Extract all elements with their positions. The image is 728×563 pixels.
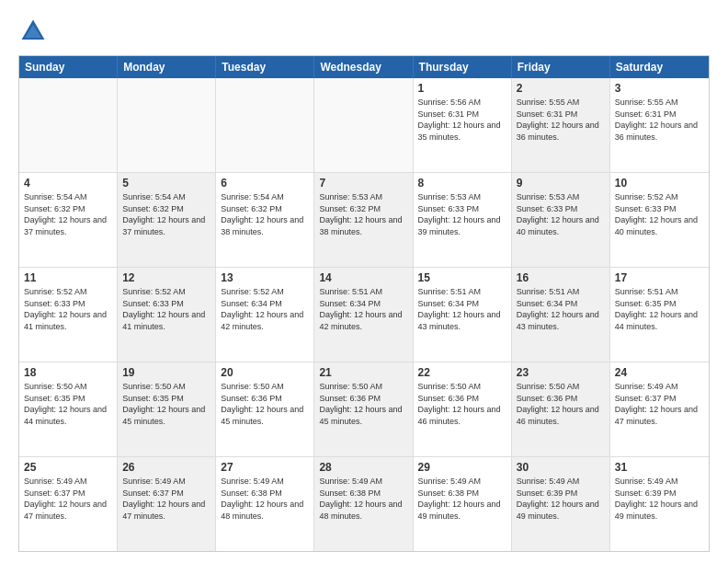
weekday-header-monday: Monday [118, 56, 216, 78]
calendar-day-31: 31Sunrise: 5:49 AM Sunset: 6:39 PM Dayli… [610, 457, 709, 551]
day-number: 8 [418, 177, 506, 190]
logo [18, 17, 51, 46]
day-info: Sunrise: 5:53 AM Sunset: 6:33 PM Dayligh… [418, 191, 506, 237]
weekday-header-tuesday: Tuesday [216, 56, 314, 78]
calendar-body: 1Sunrise: 5:56 AM Sunset: 6:31 PM Daylig… [19, 78, 709, 551]
day-number: 12 [122, 271, 210, 284]
calendar-day-1: 1Sunrise: 5:56 AM Sunset: 6:31 PM Daylig… [414, 78, 512, 172]
calendar-header: SundayMondayTuesdayWednesdayThursdayFrid… [19, 56, 709, 78]
calendar-row-1: 1Sunrise: 5:56 AM Sunset: 6:31 PM Daylig… [19, 78, 709, 172]
day-info: Sunrise: 5:52 AM Sunset: 6:33 PM Dayligh… [122, 286, 210, 332]
day-info: Sunrise: 5:54 AM Sunset: 6:32 PM Dayligh… [24, 191, 112, 237]
weekday-header-sunday: Sunday [19, 56, 118, 78]
calendar-day-5: 5Sunrise: 5:54 AM Sunset: 6:32 PM Daylig… [118, 173, 216, 267]
day-info: Sunrise: 5:49 AM Sunset: 6:38 PM Dayligh… [221, 476, 309, 522]
day-number: 27 [221, 461, 309, 474]
day-number: 30 [517, 461, 605, 474]
calendar-day-18: 18Sunrise: 5:50 AM Sunset: 6:35 PM Dayli… [19, 362, 118, 456]
calendar-day-23: 23Sunrise: 5:50 AM Sunset: 6:36 PM Dayli… [512, 362, 610, 456]
day-info: Sunrise: 5:49 AM Sunset: 6:38 PM Dayligh… [418, 476, 506, 522]
calendar-cell-empty-0-2 [216, 78, 314, 172]
calendar: SundayMondayTuesdayWednesdayThursdayFrid… [18, 55, 710, 552]
day-info: Sunrise: 5:52 AM Sunset: 6:34 PM Dayligh… [221, 286, 309, 332]
day-info: Sunrise: 5:50 AM Sunset: 6:36 PM Dayligh… [221, 381, 309, 427]
day-number: 17 [615, 271, 704, 284]
calendar-row-4: 18Sunrise: 5:50 AM Sunset: 6:35 PM Dayli… [19, 362, 709, 456]
logo-icon [18, 17, 48, 46]
day-info: Sunrise: 5:50 AM Sunset: 6:36 PM Dayligh… [319, 381, 407, 427]
day-info: Sunrise: 5:50 AM Sunset: 6:36 PM Dayligh… [517, 381, 605, 427]
page: SundayMondayTuesdayWednesdayThursdayFrid… [0, 0, 728, 563]
day-info: Sunrise: 5:50 AM Sunset: 6:35 PM Dayligh… [24, 381, 112, 427]
day-number: 28 [319, 461, 407, 474]
calendar-day-25: 25Sunrise: 5:49 AM Sunset: 6:37 PM Dayli… [19, 457, 118, 551]
header [18, 17, 710, 46]
day-info: Sunrise: 5:56 AM Sunset: 6:31 PM Dayligh… [418, 97, 506, 143]
day-info: Sunrise: 5:51 AM Sunset: 6:35 PM Dayligh… [615, 286, 704, 332]
calendar-row-3: 11Sunrise: 5:52 AM Sunset: 6:33 PM Dayli… [19, 267, 709, 362]
day-info: Sunrise: 5:50 AM Sunset: 6:36 PM Dayligh… [418, 381, 506, 427]
calendar-day-7: 7Sunrise: 5:53 AM Sunset: 6:32 PM Daylig… [314, 173, 413, 267]
day-info: Sunrise: 5:51 AM Sunset: 6:34 PM Dayligh… [418, 286, 506, 332]
day-number: 2 [517, 82, 605, 95]
calendar-day-19: 19Sunrise: 5:50 AM Sunset: 6:35 PM Dayli… [118, 362, 216, 456]
calendar-day-17: 17Sunrise: 5:51 AM Sunset: 6:35 PM Dayli… [610, 268, 709, 362]
day-info: Sunrise: 5:53 AM Sunset: 6:32 PM Dayligh… [319, 191, 407, 237]
day-info: Sunrise: 5:52 AM Sunset: 6:33 PM Dayligh… [615, 191, 704, 237]
day-info: Sunrise: 5:49 AM Sunset: 6:38 PM Dayligh… [319, 476, 407, 522]
day-info: Sunrise: 5:50 AM Sunset: 6:35 PM Dayligh… [122, 381, 210, 427]
calendar-day-14: 14Sunrise: 5:51 AM Sunset: 6:34 PM Dayli… [314, 268, 413, 362]
calendar-day-4: 4Sunrise: 5:54 AM Sunset: 6:32 PM Daylig… [19, 173, 118, 267]
day-info: Sunrise: 5:54 AM Sunset: 6:32 PM Dayligh… [221, 191, 309, 237]
day-number: 11 [24, 271, 112, 284]
day-info: Sunrise: 5:52 AM Sunset: 6:33 PM Dayligh… [24, 286, 112, 332]
day-number: 24 [615, 366, 704, 379]
calendar-day-13: 13Sunrise: 5:52 AM Sunset: 6:34 PM Dayli… [216, 268, 314, 362]
calendar-day-3: 3Sunrise: 5:55 AM Sunset: 6:31 PM Daylig… [610, 78, 709, 172]
weekday-header-friday: Friday [512, 56, 610, 78]
calendar-day-28: 28Sunrise: 5:49 AM Sunset: 6:38 PM Dayli… [314, 457, 413, 551]
calendar-day-29: 29Sunrise: 5:49 AM Sunset: 6:38 PM Dayli… [414, 457, 512, 551]
calendar-day-21: 21Sunrise: 5:50 AM Sunset: 6:36 PM Dayli… [314, 362, 413, 456]
calendar-day-22: 22Sunrise: 5:50 AM Sunset: 6:36 PM Dayli… [414, 362, 512, 456]
day-number: 4 [24, 177, 112, 190]
day-number: 21 [319, 366, 407, 379]
day-info: Sunrise: 5:49 AM Sunset: 6:39 PM Dayligh… [615, 476, 704, 522]
calendar-day-8: 8Sunrise: 5:53 AM Sunset: 6:33 PM Daylig… [414, 173, 512, 267]
calendar-row-5: 25Sunrise: 5:49 AM Sunset: 6:37 PM Dayli… [19, 456, 709, 551]
day-number: 22 [418, 366, 506, 379]
day-number: 9 [517, 177, 605, 190]
day-number: 25 [24, 461, 112, 474]
calendar-day-30: 30Sunrise: 5:49 AM Sunset: 6:39 PM Dayli… [512, 457, 610, 551]
calendar-day-9: 9Sunrise: 5:53 AM Sunset: 6:33 PM Daylig… [512, 173, 610, 267]
calendar-day-2: 2Sunrise: 5:55 AM Sunset: 6:31 PM Daylig… [512, 78, 610, 172]
calendar-day-11: 11Sunrise: 5:52 AM Sunset: 6:33 PM Dayli… [19, 268, 118, 362]
calendar-day-26: 26Sunrise: 5:49 AM Sunset: 6:37 PM Dayli… [118, 457, 216, 551]
day-number: 14 [319, 271, 407, 284]
day-info: Sunrise: 5:49 AM Sunset: 6:39 PM Dayligh… [517, 476, 605, 522]
day-number: 31 [615, 461, 704, 474]
day-number: 13 [221, 271, 309, 284]
day-number: 15 [418, 271, 506, 284]
day-number: 19 [122, 366, 210, 379]
day-number: 29 [418, 461, 506, 474]
calendar-cell-empty-0-3 [314, 78, 413, 172]
day-info: Sunrise: 5:51 AM Sunset: 6:34 PM Dayligh… [319, 286, 407, 332]
day-info: Sunrise: 5:54 AM Sunset: 6:32 PM Dayligh… [122, 191, 210, 237]
calendar-cell-empty-0-0 [19, 78, 118, 172]
calendar-cell-empty-0-1 [118, 78, 216, 172]
day-number: 7 [319, 177, 407, 190]
day-number: 20 [221, 366, 309, 379]
weekday-header-thursday: Thursday [414, 56, 512, 78]
day-number: 5 [122, 177, 210, 190]
day-info: Sunrise: 5:49 AM Sunset: 6:37 PM Dayligh… [24, 476, 112, 522]
day-number: 6 [221, 177, 309, 190]
day-number: 23 [517, 366, 605, 379]
day-number: 18 [24, 366, 112, 379]
calendar-day-16: 16Sunrise: 5:51 AM Sunset: 6:34 PM Dayli… [512, 268, 610, 362]
day-info: Sunrise: 5:51 AM Sunset: 6:34 PM Dayligh… [517, 286, 605, 332]
day-info: Sunrise: 5:55 AM Sunset: 6:31 PM Dayligh… [615, 97, 704, 143]
calendar-day-6: 6Sunrise: 5:54 AM Sunset: 6:32 PM Daylig… [216, 173, 314, 267]
calendar-day-27: 27Sunrise: 5:49 AM Sunset: 6:38 PM Dayli… [216, 457, 314, 551]
day-number: 16 [517, 271, 605, 284]
